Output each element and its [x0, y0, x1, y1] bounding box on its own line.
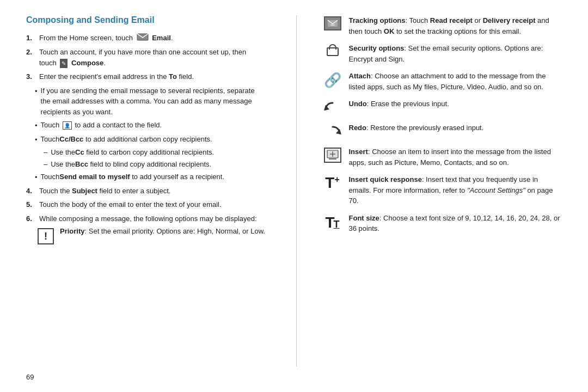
step-3: 3. Enter the recipient's email address i…: [26, 71, 266, 82]
undo-icon-wrapper: [323, 100, 342, 116]
step-4: 4. Touch the Subject field to enter a su…: [26, 186, 266, 197]
bullet-2-text: Touch 👤 to add a contact to the field.: [41, 120, 162, 131]
tracking-option: Tracking options: Touch Read receipt or …: [323, 15, 562, 36]
font-size-option: TT Font size: Choose a text font size of…: [323, 213, 562, 234]
bullet-2: • Touch 👤 to add a contact to the field.: [35, 120, 266, 131]
security-icon: [325, 44, 340, 60]
steps-continued: 4. Touch the Subject field to enter a su…: [26, 186, 266, 224]
bullet-4-text: TouchSend email to myself to add yoursel…: [41, 171, 224, 182]
page-number: 69: [26, 373, 562, 381]
bullet-4: • TouchSend email to myself to add yours…: [35, 171, 266, 183]
right-column: Tracking options: Touch Read receipt or …: [318, 15, 562, 366]
redo-option: Redo: Restore the previously erased inpu…: [323, 122, 562, 140]
step-1: 1. From the Home screen, touch Email.: [26, 33, 266, 44]
tracking-text: Tracking options: Touch Read receipt or …: [349, 15, 562, 36]
insert-text: Insert: Choose an item to insert into th…: [349, 146, 562, 168]
bullet-3-text: TouchCc/Bcc to add additional carbon cop…: [41, 134, 212, 145]
content-area: Composing and Sending Email 1. From the …: [26, 15, 562, 366]
undo-text: Undo: Erase the previous input.: [349, 99, 562, 109]
step-1-text: From the Home screen, touch Email.: [39, 33, 173, 44]
priority-option: ! Priority: Set the email priority. Opti…: [37, 227, 266, 244]
step-2: 2. Touch an account, if you have more th…: [26, 47, 266, 68]
sub-2: – Use theBcc field to blind copy additio…: [44, 159, 266, 170]
step-2-num: 2.: [26, 47, 37, 68]
bullet-1: • If you are sending the email message t…: [35, 85, 266, 118]
step-5: 5. Touch the body of the email to enter …: [26, 199, 266, 210]
compose-icon: ✎: [60, 59, 68, 68]
step-2-text: Touch an account, if you have more than …: [39, 47, 266, 68]
attach-icon: 🔗: [324, 72, 341, 89]
bullet-list: • If you are sending the email message t…: [35, 85, 266, 183]
bullet-1-text: If you are sending the email message to …: [41, 85, 266, 118]
step-5-text: Touch the body of the email to enter the…: [39, 199, 222, 210]
section-title: Composing and Sending Email: [26, 15, 266, 25]
redo-icon: [323, 124, 342, 140]
tracking-envelope-icon: [327, 20, 338, 27]
undo-icon: [323, 100, 342, 116]
font-size-text: Font size: Choose a text font size of 9,…: [349, 213, 562, 234]
tracking-icon: [324, 16, 341, 30]
security-text: Security options: Set the email security…: [349, 43, 562, 64]
priority-icon-wrapper: !: [37, 228, 54, 244]
column-divider: [296, 15, 297, 366]
security-option: Security options: Set the email security…: [323, 43, 562, 64]
security-icon-wrapper: [323, 44, 342, 60]
attach-text: Attach: Choose an attachment to add to t…: [349, 71, 562, 92]
attach-icon-wrapper: 🔗: [323, 72, 342, 89]
sub-2-text: Use theBcc field to blind copy additiona…: [51, 159, 211, 170]
tracking-icon-wrapper: [323, 16, 342, 30]
step-4-text: Touch the Subject field to enter a subje…: [39, 186, 170, 197]
insert-quick-text: Insert quick response: Insert text that …: [349, 174, 562, 206]
email-icon: [137, 33, 149, 41]
redo-icon-wrapper: [323, 124, 342, 140]
page: Composing and Sending Email 1. From the …: [0, 0, 588, 392]
step-3-text: Enter the recipient's email address in t…: [39, 71, 194, 82]
insert-icon: [324, 148, 341, 163]
sub-list: – Use theCc field to carbon copy additio…: [44, 147, 266, 169]
attach-option: 🔗 Attach: Choose an attachment to add to…: [323, 71, 562, 92]
bullet-3: • TouchCc/Bcc to add additional carbon c…: [35, 134, 266, 145]
insert-icon-wrapper: [323, 148, 342, 163]
redo-text: Redo: Restore the previously erased inpu…: [349, 122, 562, 133]
sub-1: – Use theCc field to carbon copy additio…: [44, 147, 266, 158]
priority-icon: !: [38, 228, 54, 244]
contact-icon: 👤: [63, 121, 72, 130]
step-6-text: While composing a message, the following…: [39, 213, 257, 224]
font-size-icon: TT: [325, 214, 339, 231]
insert-quick-option: T+ Insert quick response: Insert text th…: [323, 174, 562, 206]
insert-svg: [327, 150, 339, 161]
left-column: Composing and Sending Email 1. From the …: [26, 15, 274, 366]
font-size-icon-wrapper: TT: [323, 214, 342, 231]
insert-quick-icon: T+: [325, 175, 339, 191]
step-3-num: 3.: [26, 71, 37, 82]
step-6: 6. While composing a message, the follow…: [26, 213, 266, 224]
step-1-num: 1.: [26, 33, 37, 44]
insert-quick-icon-wrapper: T+: [323, 175, 342, 191]
sub-1-text: Use theCc field to carbon copy additiona…: [51, 147, 214, 158]
priority-text: Priority: Set the email priority. Option…: [60, 227, 265, 235]
steps-list: 1. From the Home screen, touch Email.: [26, 33, 266, 82]
undo-option: Undo: Erase the previous input.: [323, 99, 562, 116]
insert-option: Insert: Choose an item to insert into th…: [323, 146, 562, 168]
